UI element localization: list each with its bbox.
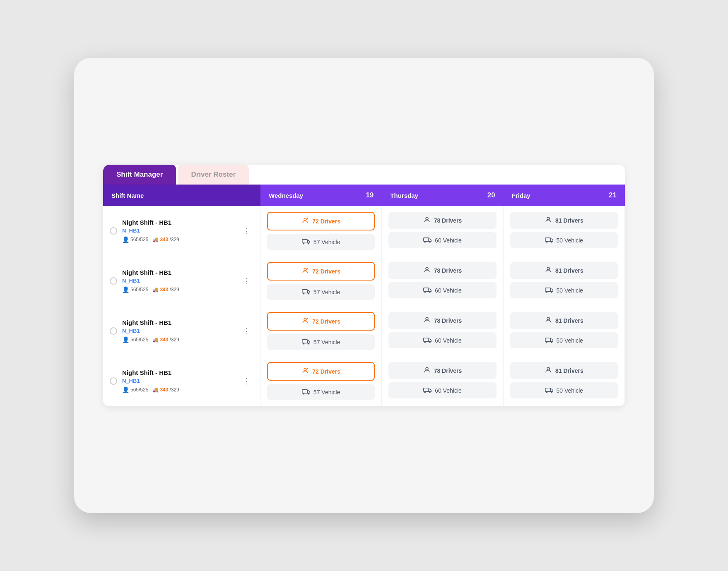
vehicle-text-2-2: 50 Vehicle bbox=[557, 337, 583, 344]
driver-icon-0-0 bbox=[301, 217, 309, 226]
svg-point-47 bbox=[551, 391, 552, 393]
svg-point-36 bbox=[304, 368, 306, 371]
truck-icon-badge-2-0 bbox=[302, 338, 310, 346]
tab-driver-roster[interactable]: Driver Roster bbox=[178, 165, 249, 185]
vehicles-highlight-2: 343 bbox=[160, 337, 168, 343]
driver-badge-3-1: 78 Drivers bbox=[388, 362, 496, 379]
shift-radio-1[interactable] bbox=[110, 277, 117, 285]
vehicle-badge-0-0: 57 Vehicle bbox=[267, 234, 375, 250]
day-cell-3-2: 81 Drivers50 Vehicle bbox=[504, 356, 625, 406]
svg-rect-9 bbox=[545, 238, 550, 241]
th-wednesday: Wednesday 19 bbox=[260, 185, 382, 206]
vehicle-text-1-0: 57 Vehicle bbox=[313, 289, 340, 295]
driver-text-0-2: 81 Drivers bbox=[555, 217, 583, 224]
driver-badge-3-2: 81 Drivers bbox=[510, 362, 618, 379]
shift-row-0: Night Shift - HB1N_HB1 👤 565/525 🚚 343/3… bbox=[103, 206, 625, 256]
shift-stats-1: 👤 565/525 🚚 343/329 bbox=[122, 286, 236, 293]
svg-point-18 bbox=[424, 291, 426, 293]
vehicle-badge-2-1: 60 Vehicle bbox=[388, 332, 496, 348]
shift-details-3: Night Shift - HB1N_HB1 👤 565/525 🚚 343/3… bbox=[122, 369, 236, 393]
vehicle-text-2-1: 60 Vehicle bbox=[435, 337, 462, 344]
more-menu-1[interactable]: ⋮ bbox=[241, 275, 252, 287]
person-icon-0: 👤 bbox=[122, 236, 129, 243]
truck-icon-badge-2-2 bbox=[545, 336, 553, 344]
tabs-row: Shift Manager Driver Roster bbox=[103, 165, 625, 185]
vehicle-text-0-1: 60 Vehicle bbox=[435, 237, 462, 244]
day-cell-1-2: 81 Drivers50 Vehicle bbox=[504, 256, 625, 306]
shift-row-2: Night Shift - HB1N_HB1 👤 565/525 🚚 343/3… bbox=[103, 306, 625, 356]
tab-driver-roster-label: Driver Roster bbox=[191, 170, 236, 178]
vehicle-badge-1-0: 57 Vehicle bbox=[267, 284, 375, 300]
drivers-stat-0: 👤 565/525 bbox=[122, 236, 148, 243]
driver-icon-2-2 bbox=[545, 316, 552, 325]
device-frame: Shift Manager Driver Roster Shift Name W… bbox=[74, 58, 654, 513]
th-shift-name-label: Shift Name bbox=[111, 192, 144, 199]
drivers-count-2: 565/525 bbox=[130, 337, 148, 343]
driver-badge-2-0[interactable]: 72 Drivers bbox=[267, 312, 375, 331]
svg-point-44 bbox=[547, 367, 550, 370]
more-menu-0[interactable]: ⋮ bbox=[241, 225, 252, 237]
svg-point-8 bbox=[547, 217, 550, 220]
th-thursday: Thursday 20 bbox=[382, 185, 503, 206]
shift-name-text-2: Night Shift - HB1 bbox=[122, 319, 236, 326]
driver-badge-3-0[interactable]: 72 Drivers bbox=[267, 362, 375, 381]
svg-point-19 bbox=[429, 291, 431, 293]
more-menu-3[interactable]: ⋮ bbox=[241, 375, 252, 387]
vehicle-badge-1-1: 60 Vehicle bbox=[388, 282, 496, 298]
table-body: Night Shift - HB1N_HB1 👤 565/525 🚚 343/3… bbox=[103, 206, 625, 406]
shift-name-text-1: Night Shift - HB1 bbox=[122, 269, 236, 276]
truck-icon-badge-0-2 bbox=[545, 236, 553, 244]
svg-rect-17 bbox=[424, 288, 429, 291]
th-wednesday-num: 19 bbox=[366, 191, 374, 199]
svg-point-6 bbox=[424, 241, 426, 242]
drivers-count-0: 565/525 bbox=[130, 237, 148, 242]
truck-icon-2: 🚚 bbox=[152, 337, 159, 343]
svg-point-24 bbox=[304, 318, 306, 321]
tab-shift-manager[interactable]: Shift Manager bbox=[103, 165, 176, 185]
driver-badge-0-0[interactable]: 72 Drivers bbox=[267, 212, 375, 230]
shift-radio-0[interactable] bbox=[110, 227, 117, 235]
shift-details-0: Night Shift - HB1N_HB1 👤 565/525 🚚 343/3… bbox=[122, 219, 236, 243]
svg-point-15 bbox=[308, 293, 309, 294]
vehicles-highlight-1: 343 bbox=[160, 287, 168, 293]
vehicles-stat-3: 🚚 343/329 bbox=[152, 387, 179, 393]
svg-point-12 bbox=[304, 268, 306, 271]
driver-text-1-0: 72 Drivers bbox=[312, 268, 340, 275]
driver-badge-1-0[interactable]: 72 Drivers bbox=[267, 262, 375, 281]
shift-radio-3[interactable] bbox=[110, 377, 117, 385]
driver-badge-0-2: 81 Drivers bbox=[510, 212, 618, 229]
day-cell-1-1: 78 Drivers60 Vehicle bbox=[382, 256, 503, 306]
svg-point-2 bbox=[303, 243, 304, 244]
truck-icon-badge-1-0 bbox=[302, 288, 310, 296]
driver-icon-3-1 bbox=[423, 366, 431, 375]
th-thursday-label: Thursday bbox=[390, 192, 418, 199]
shift-info-cell-3: Night Shift - HB1N_HB1 👤 565/525 🚚 343/3… bbox=[103, 356, 260, 406]
vehicle-badge-2-0: 57 Vehicle bbox=[267, 334, 375, 350]
svg-point-23 bbox=[551, 291, 552, 293]
svg-point-10 bbox=[546, 241, 547, 242]
driver-text-0-0: 72 Drivers bbox=[312, 218, 340, 225]
vehicle-badge-0-2: 50 Vehicle bbox=[510, 232, 618, 248]
person-icon-1: 👤 bbox=[122, 286, 129, 293]
day-cell-2-2: 81 Drivers50 Vehicle bbox=[504, 306, 625, 356]
driver-badge-1-1: 78 Drivers bbox=[388, 262, 496, 279]
driver-icon-3-2 bbox=[545, 366, 552, 375]
truck-icon-badge-0-1 bbox=[423, 236, 431, 244]
svg-point-0 bbox=[304, 218, 306, 221]
driver-badge-2-2: 81 Drivers bbox=[510, 312, 618, 329]
vehicle-text-0-2: 50 Vehicle bbox=[557, 237, 583, 244]
svg-point-14 bbox=[303, 293, 304, 294]
shift-stats-0: 👤 565/525 🚚 343/329 bbox=[122, 236, 236, 243]
more-menu-2[interactable]: ⋮ bbox=[241, 325, 252, 337]
svg-rect-29 bbox=[424, 338, 429, 341]
truck-icon-3: 🚚 bbox=[152, 387, 159, 393]
day-cell-3-1: 78 Drivers60 Vehicle bbox=[382, 356, 503, 406]
truck-icon-badge-3-2 bbox=[545, 386, 553, 394]
driver-text-2-1: 78 Drivers bbox=[434, 317, 462, 324]
svg-rect-21 bbox=[545, 288, 550, 291]
driver-icon-0-2 bbox=[545, 216, 552, 225]
shift-radio-2[interactable] bbox=[110, 327, 117, 335]
driver-text-3-0: 72 Drivers bbox=[312, 368, 340, 375]
day-cell-0-2: 81 Drivers50 Vehicle bbox=[504, 206, 625, 256]
vehicles-highlight-0: 343 bbox=[160, 237, 168, 242]
